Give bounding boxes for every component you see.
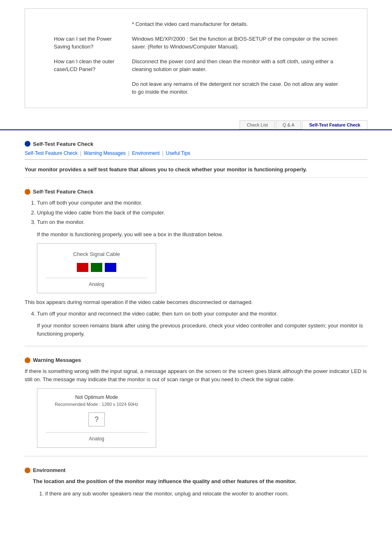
blue-circle-icon (25, 141, 30, 147)
tab-checklist[interactable]: Check List (240, 120, 274, 129)
self-test-steps: Turn off both your computer and the moni… (37, 199, 367, 226)
intro-text: Your monitor provides a self test featur… (25, 166, 367, 178)
environment-section: Environment The location and the positio… (25, 463, 367, 497)
faq-answer: * Contact the video card manufacturer fo… (128, 17, 342, 32)
self-test-section: Self-Test Feature Check Turn off both yo… (25, 184, 367, 338)
signal-box-title: Check Signal Cable (46, 251, 148, 257)
warning-message-box: Not Optimum Mode Recommended Mode : 1280… (37, 388, 156, 448)
page-title: Self-Test Feature Check (33, 141, 93, 147)
color-blue (105, 263, 116, 272)
table-row: How can I clean the outer case/LCD Panel… (50, 54, 342, 77)
step4-subtext: If your monitor screen remains blank aft… (37, 322, 367, 338)
table-row: How can I set the Power Saving function?… (50, 32, 342, 54)
sub-nav-self-test[interactable]: Self-Test Feature Check (25, 150, 78, 156)
faq-question (50, 17, 128, 32)
separator: | (80, 150, 81, 156)
list-item: Unplug the video cable from the back of … (37, 209, 367, 217)
warning-box-subtitle: Recommended Mode : 1280 x 1024 60Hz (46, 402, 148, 407)
tab-qa[interactable]: Q & A (276, 120, 302, 129)
warning-section: Warning Messages If there is something w… (25, 353, 367, 448)
color-green (91, 263, 102, 272)
sub-nav: Self-Test Feature Check | Warning Messag… (25, 150, 367, 160)
faq-question: How can I clean the outer case/LCD Panel… (50, 54, 128, 77)
step4-list: Turn off your monitor and reconnect the … (37, 310, 367, 318)
faq-table-section: * Contact the video card manufacturer fo… (25, 8, 367, 108)
environment-bold-text: The location and the position of the mon… (33, 477, 367, 486)
sub-nav-warning[interactable]: Warning Messages (84, 150, 126, 156)
signal-cable-box: Check Signal Cable Analog (37, 243, 156, 293)
table-row: * Contact the video card manufacturer fo… (50, 17, 342, 32)
warning-description: If there is something wrong with the inp… (25, 367, 367, 383)
main-content: Self-Test Feature Check Self-Test Featur… (0, 130, 392, 514)
box-description: This box appears during normal operation… (25, 298, 367, 306)
environment-title: Environment (33, 467, 65, 473)
list-item: Turn off both your computer and the moni… (37, 199, 367, 207)
faq-answer: Disconnect the power cord and then clean… (128, 54, 342, 77)
separator: | (162, 150, 164, 156)
page-wrapper: * Contact the video card manufacturer fo… (0, 8, 392, 514)
separator: | (128, 150, 129, 156)
list-item: Turn on the monitor. (37, 218, 367, 226)
warning-title: Warning Messages (33, 357, 81, 363)
section-divider (25, 456, 367, 456)
table-row: Do not leave any remains of the detergen… (50, 77, 342, 99)
section-divider (25, 346, 367, 346)
warning-box-analog-label: Analog (46, 432, 148, 442)
faq-table: * Contact the video card manufacturer fo… (50, 17, 342, 99)
list-item: if there are any sub woofer speakers nea… (45, 490, 367, 498)
signal-box-analog-label: Analog (46, 278, 148, 287)
faq-answer: Windows ME/XP/2000 : Set the function at… (128, 32, 342, 54)
sub-nav-environment[interactable]: Environment (132, 150, 159, 156)
color-red (77, 263, 88, 272)
warning-header: Warning Messages (25, 357, 367, 363)
signal-colors (46, 263, 148, 272)
environment-list: if there are any sub woofer speakers nea… (45, 490, 367, 498)
question-mark-box: ? (88, 412, 105, 426)
orange-circle-icon (25, 467, 30, 473)
faq-question (50, 77, 128, 99)
faq-question: How can I set the Power Saving function? (50, 32, 128, 54)
page-section-header: Self-Test Feature Check (25, 141, 367, 147)
nav-tabs-area: Check List Q & A Self-Test Feature Check (0, 116, 392, 130)
orange-circle-icon (25, 357, 30, 363)
orange-circle-icon (25, 189, 30, 195)
faq-answer: Do not leave any remains of the detergen… (128, 77, 342, 99)
self-test-header: Self-Test Feature Check (25, 189, 367, 195)
step3-subtext: If the monitor is functioning properly, … (37, 230, 367, 239)
warning-box-title: Not Optimum Mode (46, 394, 148, 400)
environment-header: Environment (25, 467, 367, 473)
sub-nav-useful-tips[interactable]: Useful Tips (166, 150, 190, 156)
self-test-title: Self-Test Feature Check (33, 189, 93, 195)
list-item: Turn off your monitor and reconnect the … (37, 310, 367, 318)
tab-self-test[interactable]: Self-Test Feature Check (302, 120, 367, 129)
